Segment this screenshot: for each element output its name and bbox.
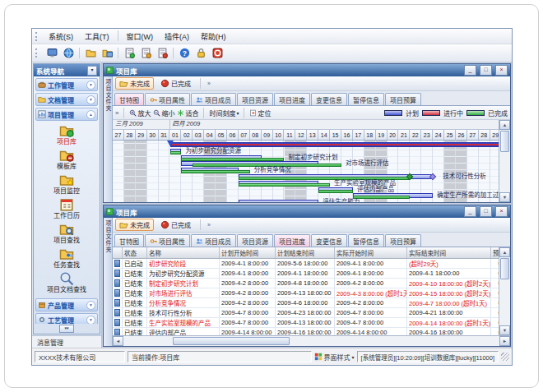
gantt-window-titlebar[interactable]: 项目库 _ □ × xyxy=(104,64,510,76)
menu-item-2[interactable]: 窗口(W) xyxy=(121,30,160,43)
gantt-bar-completed-确定生产所需的加工过程[interactable] xyxy=(353,196,411,199)
nav-more-sections-button[interactable]: ▾▾ xyxy=(59,325,74,333)
resize-grip[interactable] xyxy=(501,353,509,361)
table-header-预警[interactable]: 预警 xyxy=(491,247,499,258)
table-row-6[interactable]: 已结束生产实验室规模的产品2009-4-7 8:00:002009-4-13 1… xyxy=(113,318,499,328)
gantt-bar-completed-生产实验室规模的产品[interactable] xyxy=(239,183,330,187)
table-row-7[interactable]: 已结束评估内部产品2009-4-14 8:00:002009-4-16 18:0… xyxy=(113,328,499,335)
report-edit-button[interactable] xyxy=(137,46,154,60)
timeline-marker-pin[interactable] xyxy=(167,141,174,146)
table-maximize-button[interactable]: □ xyxy=(480,206,492,217)
gantt-vertical-scrollbar[interactable]: ▲ ▼ xyxy=(499,120,510,202)
tab-项目进度[interactable]: 项目进度 xyxy=(274,93,310,105)
table-horizontal-scrollbar[interactable]: ◄ ► xyxy=(113,335,510,346)
sidebar-item-项目库[interactable]: 项目库 xyxy=(35,122,98,146)
sidebar-item-任务查找[interactable]: 任务查找 xyxy=(35,246,98,270)
table-header-名称[interactable]: 名称 xyxy=(147,247,220,258)
report-new-button[interactable] xyxy=(121,46,137,60)
menu-item-3[interactable]: 插件(A) xyxy=(159,30,195,43)
sidebar-section-header-3[interactable]: 产品管理▾ xyxy=(35,298,98,311)
sidebar-section-header-2[interactable]: 项目管理▴ xyxy=(35,108,98,121)
chevron-down-icon[interactable]: ▾ xyxy=(86,316,95,325)
table-row-1[interactable]: 已结束为初步研究分配资源2009-4-1 8:00:002009-4-1 18:… xyxy=(113,269,499,279)
tab-项目属性[interactable]: 项目属性 xyxy=(145,93,190,105)
time-scale-dropdown[interactable]: 时间刻度▾ xyxy=(209,108,239,118)
project-folders-side-tab[interactable]: 项目文件夹 xyxy=(104,218,113,346)
sidebar-item-模板库[interactable]: 模板库 xyxy=(35,147,98,171)
menu-item-4[interactable]: 帮助(H) xyxy=(195,30,232,43)
table-vertical-scrollbar[interactable]: ▲ ▼ xyxy=(499,247,510,335)
zoom-out-button[interactable]: 缩小 xyxy=(153,108,174,118)
gantt-minimize-button[interactable]: _ xyxy=(464,65,476,76)
tab-项目属性[interactable]: 项目属性 xyxy=(145,234,190,247)
folder-button[interactable] xyxy=(82,46,99,60)
menu-item-0[interactable]: 系统(S) xyxy=(43,30,79,43)
finished-filter-button[interactable]: 已完成 xyxy=(156,77,195,90)
report-delete-button[interactable] xyxy=(154,46,170,60)
tab-项目成员[interactable]: 项目成员 xyxy=(191,93,236,105)
scroll-up-icon[interactable]: ▲ xyxy=(499,247,510,257)
gantt-bar-completed-分析竞争情况[interactable] xyxy=(181,170,249,173)
gantt-bar-completed-为初步研究分配资源[interactable] xyxy=(170,151,182,154)
tab-项目进度[interactable]: 项目进度 xyxy=(274,234,310,247)
scroll-down-icon[interactable]: ▼ xyxy=(499,325,510,335)
zoom-in-button[interactable]: 放大 xyxy=(129,108,151,118)
table-hscroll-thumb[interactable] xyxy=(173,337,290,345)
sidebar-item-项目文档查找[interactable]: 项目文档查找 xyxy=(35,270,98,294)
filter-more-button[interactable]: » xyxy=(207,222,211,228)
help-button[interactable]: ? xyxy=(176,46,193,60)
finished-filter-button[interactable]: 已完成 xyxy=(156,219,195,231)
unfinished-filter-button[interactable]: 未完成 xyxy=(115,77,154,90)
globe-button[interactable] xyxy=(60,46,77,60)
tab-变更信息[interactable]: 变更信息 xyxy=(311,93,347,105)
sidebar-item-项目监控[interactable]: 项目监控 xyxy=(35,172,98,196)
unfinished-filter-button[interactable]: 未完成 xyxy=(115,219,154,231)
tab-项目资源[interactable]: 项目资源 xyxy=(237,234,273,247)
tab-项目资源[interactable]: 项目资源 xyxy=(237,93,273,105)
tab-变更信息[interactable]: 变更信息 xyxy=(311,234,347,247)
table-header-row[interactable]: 状态名称计划开始时间计划结束时间实际开始时间实际结束时间预警成 xyxy=(113,247,499,259)
sidebar-section-header-4[interactable]: 工艺管理▾ xyxy=(35,313,98,324)
gantt-bar-completed-制定初步研究计划[interactable] xyxy=(181,158,284,161)
scroll-right-icon[interactable]: ► xyxy=(499,336,510,346)
tab-暂停信息[interactable]: 暂停信息 xyxy=(348,234,384,247)
gantt-close-button[interactable]: × xyxy=(495,65,508,76)
project-folders-side-tab[interactable]: 项目文件夹 xyxy=(104,76,113,202)
folder-window-button[interactable] xyxy=(99,46,115,60)
locate-button[interactable]: 定位 xyxy=(249,108,271,118)
nav-pane-collapse-button[interactable]: ▾ xyxy=(87,66,97,76)
table-header-实际结束时间[interactable]: 实际结束时间 xyxy=(407,247,491,258)
scroll-left-icon[interactable]: ◄ xyxy=(113,336,123,346)
tab-项目成员[interactable]: 项目成员 xyxy=(191,234,236,247)
table-row-2[interactable]: 已结束制定初步研究计划2009-4-2 8:00:002009-4-8 18:0… xyxy=(113,279,499,288)
menu-item-1[interactable]: 工具(T) xyxy=(79,30,115,43)
table-minimize-button[interactable]: _ xyxy=(464,206,476,217)
table-header-计划开始时间[interactable]: 计划开始时间 xyxy=(220,247,276,258)
lock-button[interactable] xyxy=(193,46,209,60)
table-header-计划结束时间[interactable]: 计划结束时间 xyxy=(276,247,335,258)
gantt-scroll-thumb[interactable] xyxy=(500,131,509,152)
table-close-button[interactable]: × xyxy=(495,206,508,217)
tab-暂停信息[interactable]: 暂停信息 xyxy=(348,93,384,105)
chevron-down-icon[interactable]: ▾ xyxy=(86,95,95,104)
table-header-状态[interactable]: 状态 xyxy=(123,247,147,258)
tab-项目预算[interactable]: 项目预算 xyxy=(385,234,421,247)
chevron-down-icon[interactable]: ▾ xyxy=(86,301,95,310)
gantt-bar-completed-评估内部产品[interactable] xyxy=(318,190,353,193)
table-row-3[interactable]: 已结束对市场进行评估2009-4-2 8:00:002009-4-13 18:0… xyxy=(113,288,499,298)
sidebar-tab-message-management[interactable]: 消息管理 xyxy=(32,335,101,348)
sidebar-item-工作日历[interactable]: 工作日历 xyxy=(35,196,98,220)
sidebar-item-项目查找[interactable]: 项目查找 xyxy=(35,221,98,245)
chevron-down-icon[interactable]: ▾ xyxy=(86,81,95,90)
sidebar-section-header-1[interactable]: 文档管理▾ xyxy=(35,93,98,106)
table-scroll-thumb[interactable] xyxy=(500,258,509,279)
table-header-实际开始时间[interactable]: 实际开始时间 xyxy=(335,247,407,258)
monitor-button[interactable] xyxy=(44,46,60,60)
filter-more-button[interactable]: » xyxy=(207,81,211,86)
sidebar-section-header-0[interactable]: 工作管理▾ xyxy=(35,78,98,91)
chevron-up-icon[interactable]: ▴ xyxy=(86,110,95,119)
gantt-maximize-button[interactable]: □ xyxy=(480,65,492,76)
gantt-toolbar-overflow[interactable]: » xyxy=(115,109,118,117)
scroll-down-icon[interactable]: ▼ xyxy=(499,192,510,202)
table-row-0[interactable]: 已启动初步研究阶段2009-4-1 8:00:002009-5-6 18:00:… xyxy=(113,259,499,269)
